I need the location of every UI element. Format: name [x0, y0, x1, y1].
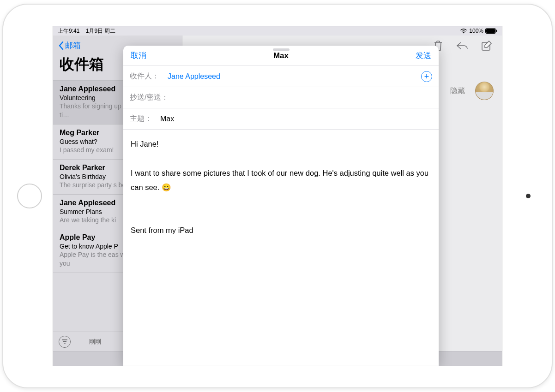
- to-label: 收件人：: [130, 71, 159, 81]
- battery-icon: [485, 28, 497, 34]
- signature: Sent from my iPad: [131, 223, 431, 238]
- battery-percent: 100%: [469, 28, 483, 34]
- cc-label: 抄送/密送：: [130, 93, 169, 102]
- cc-bcc-field[interactable]: 抄送/密送：: [123, 87, 439, 108]
- compose-sheet: 取消 Max 发送 收件人： Jane Appleseed + 抄送/密送： 主…: [123, 46, 439, 366]
- compose-title: Max: [273, 51, 289, 60]
- body-line: I want to share some pictures that I too…: [131, 166, 431, 195]
- cancel-button[interactable]: 取消: [131, 50, 146, 61]
- drag-handle-icon[interactable]: [273, 48, 290, 51]
- subject-value[interactable]: Max: [160, 115, 432, 123]
- add-contact-icon[interactable]: +: [421, 71, 432, 82]
- status-time: 上午9:41: [58, 28, 79, 34]
- camera-icon: [526, 194, 531, 198]
- home-button[interactable]: [17, 184, 42, 208]
- wifi-icon: [460, 28, 467, 34]
- subject-field[interactable]: 主题： Max: [123, 108, 439, 130]
- status-left: 上午9:41 1月9日 周二: [58, 27, 115, 35]
- app-screen: 上午9:41 1月9日 周二 100% 邮箱 收件箱 Jane A: [53, 26, 502, 366]
- svg-rect-1: [486, 29, 495, 33]
- to-value[interactable]: Jane Appleseed: [168, 72, 421, 81]
- compose-body[interactable]: Hi Jane! I want to share some pictures t…: [123, 130, 439, 245]
- body-line: Hi Jane!: [131, 137, 431, 151]
- status-date: 1月9日 周二: [86, 28, 116, 34]
- subject-label: 主题：: [130, 114, 152, 124]
- status-bar: 上午9:41 1月9日 周二 100%: [53, 26, 502, 36]
- svg-rect-2: [496, 30, 497, 32]
- to-field[interactable]: 收件人： Jane Appleseed +: [123, 66, 439, 87]
- status-right: 100%: [460, 28, 497, 34]
- compose-header: 取消 Max 发送: [123, 46, 439, 66]
- ipad-frame: 上午9:41 1月9日 周二 100% 邮箱 收件箱 Jane A: [2, 4, 553, 388]
- send-button[interactable]: 发送: [416, 50, 431, 61]
